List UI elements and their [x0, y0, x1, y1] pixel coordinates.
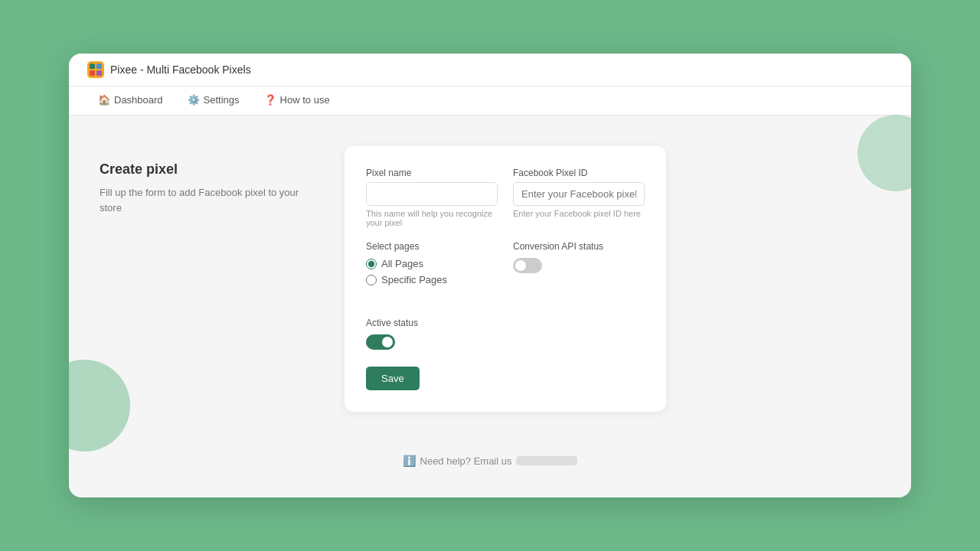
footer-email — [516, 456, 577, 465]
gear-icon: ⚙️ — [188, 94, 200, 106]
pixel-name-label: Pixel name — [366, 168, 498, 178]
svg-rect-0 — [87, 61, 104, 78]
conversion-api-section: Conversion API status — [513, 241, 645, 304]
nav-item-settings[interactable]: ⚙️ Settings — [177, 86, 250, 115]
nav-how-to-use-label: How to use — [280, 94, 330, 106]
select-pages-section: Select pages All Pages Specific Pages — [366, 241, 498, 290]
form-row-pages-api: Select pages All Pages Specific Pages Co… — [366, 241, 645, 304]
conversion-api-toggle[interactable] — [513, 258, 542, 273]
svg-rect-4 — [96, 70, 102, 76]
save-button[interactable]: Save — [366, 367, 420, 390]
active-status-slider — [366, 334, 395, 350]
create-pixel-form: Pixel name This name will help you recog… — [345, 146, 666, 412]
radio-specific-pages-label: Specific Pages — [381, 274, 447, 285]
nav-item-dashboard[interactable]: 🏠 Dashboard — [87, 86, 174, 115]
create-pixel-description: Fill up the form to add Facebook pixel t… — [100, 185, 314, 215]
svg-rect-1 — [90, 64, 95, 69]
form-group-pixel-name: Pixel name This name will help you recog… — [366, 168, 498, 227]
main-content: Create pixel Fill up the form to add Fac… — [69, 116, 911, 442]
create-pixel-title: Create pixel — [100, 161, 314, 178]
nav-dashboard-label: Dashboard — [114, 94, 163, 106]
app-window: Pixee - Multi Facebook Pixels 🏠 Dashboar… — [69, 54, 911, 497]
radio-all-pages[interactable]: All Pages — [366, 258, 498, 269]
help-icon: ❓ — [264, 94, 276, 106]
home-icon: 🏠 — [98, 94, 110, 106]
active-status-label: Active status — [366, 318, 645, 328]
active-status-toggle[interactable] — [366, 334, 395, 350]
radio-all-pages-label: All Pages — [381, 258, 423, 269]
footer-help-text: Need help? Email us — [420, 455, 512, 467]
conversion-api-slider — [513, 258, 542, 273]
svg-rect-3 — [90, 70, 95, 76]
form-row-ids: Pixel name This name will help you recog… — [366, 168, 645, 227]
footer: ℹ️ Need help? Email us — [69, 442, 911, 485]
nav-item-how-to-use[interactable]: ❓ How to use — [253, 86, 341, 115]
radio-specific-pages[interactable]: Specific Pages — [366, 274, 498, 285]
app-header: Pixee - Multi Facebook Pixels — [69, 54, 911, 86]
select-pages-label: Select pages — [366, 241, 498, 252]
left-panel: Create pixel Fill up the form to add Fac… — [100, 146, 314, 215]
radio-all-pages-input[interactable] — [366, 259, 377, 269]
svg-rect-2 — [96, 64, 102, 69]
pixel-name-hint: This name will help you recognize your p… — [366, 209, 498, 227]
nav-bar: 🏠 Dashboard ⚙️ Settings ❓ How to use — [69, 86, 911, 116]
radio-specific-pages-input[interactable] — [366, 275, 377, 285]
app-logo — [87, 61, 104, 78]
conversion-api-label: Conversion API status — [513, 241, 645, 252]
pixel-id-label: Facebook Pixel ID — [513, 168, 645, 178]
pixel-id-input[interactable] — [513, 182, 645, 206]
info-icon: ℹ️ — [403, 455, 416, 467]
app-title: Pixee - Multi Facebook Pixels — [110, 64, 251, 76]
pixel-id-hint: Enter your Facebook pixel ID here — [513, 209, 645, 218]
pixel-name-input[interactable] — [366, 182, 498, 206]
nav-settings-label: Settings — [204, 94, 240, 106]
active-status-section: Active status — [366, 318, 645, 350]
form-group-pixel-id: Facebook Pixel ID Enter your Facebook pi… — [513, 168, 645, 227]
